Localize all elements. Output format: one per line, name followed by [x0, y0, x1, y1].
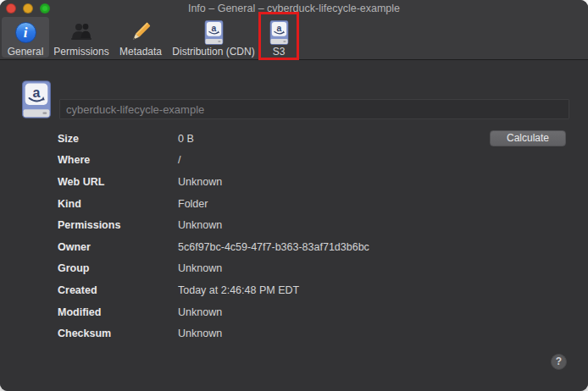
- row-value: Unknown: [178, 262, 222, 274]
- tab-general[interactable]: i General: [2, 17, 49, 58]
- row-value: Folder: [178, 198, 208, 210]
- tab-general-label: General: [8, 46, 44, 58]
- tab-permissions-label: Permissions: [53, 46, 108, 58]
- tab-distribution-cdn[interactable]: Distribution (CDN): [168, 17, 259, 58]
- row-value: 5c6f97bc-4c59-47f7-b363-83af71d3b6bc: [178, 241, 369, 253]
- row-label: Where: [58, 154, 90, 166]
- info-row-kind: Kind Folder: [0, 193, 588, 215]
- info-row-checksum: Checksum Unknown: [0, 322, 588, 344]
- tab-s3[interactable]: S3: [259, 17, 298, 58]
- general-panel: Size 0 B Where / Web URL Unknown Kind Fo…: [0, 61, 588, 391]
- help-button[interactable]: ?: [551, 354, 567, 370]
- toolbar: i General Permissions: [2, 17, 298, 58]
- info-row-web-url: Web URL Unknown: [0, 171, 588, 193]
- row-label: Size: [58, 133, 79, 145]
- info-window: Info – General – cyberduck-lifecycle-exa…: [0, 0, 588, 391]
- info-row-modified: Modified Unknown: [0, 301, 588, 323]
- row-value: Unknown: [178, 176, 222, 188]
- row-label: Created: [58, 284, 97, 296]
- people-icon: [69, 19, 94, 45]
- window-title: Info – General – cyberduck-lifecycle-exa…: [0, 0, 588, 17]
- bucket-name-input[interactable]: [59, 99, 569, 119]
- info-row-owner: Owner 5c6f97bc-4c59-47f7-b363-83af71d3b6…: [0, 236, 588, 258]
- row-value: Unknown: [178, 328, 222, 339]
- amazon-drive-icon: [204, 19, 224, 45]
- info-rows: Size 0 B Where / Web URL Unknown Kind Fo…: [0, 128, 588, 344]
- info-icon: i: [15, 19, 36, 45]
- amazon-drive-icon: [269, 19, 289, 45]
- amazon-drive-icon: [22, 80, 51, 118]
- row-value: Unknown: [178, 306, 222, 318]
- tab-distribution-cdn-label: Distribution (CDN): [172, 46, 254, 58]
- row-label: Owner: [58, 241, 91, 253]
- row-label: Web URL: [58, 176, 104, 188]
- pencil-icon: [129, 19, 153, 45]
- info-row-created: Created Today at 2:46:48 PM EDT: [0, 279, 588, 301]
- window-chrome: Info – General – cyberduck-lifecycle-exa…: [0, 0, 588, 60]
- row-label: Kind: [58, 198, 81, 210]
- tab-metadata-label: Metadata: [119, 46, 162, 58]
- tab-permissions[interactable]: Permissions: [49, 17, 114, 58]
- calculate-button[interactable]: Calculate: [490, 130, 566, 146]
- row-label: Modified: [58, 306, 101, 318]
- row-value: 0 B: [178, 133, 194, 145]
- titlebar: Info – General – cyberduck-lifecycle-exa…: [0, 0, 588, 17]
- info-row-group: Group Unknown: [0, 258, 588, 280]
- row-label: Checksum: [58, 328, 111, 339]
- row-label: Permissions: [58, 219, 120, 231]
- row-value: /: [178, 154, 180, 166]
- row-value: Today at 2:46:48 PM EDT: [178, 284, 299, 296]
- info-row-where: Where /: [0, 150, 588, 172]
- row-label: Group: [58, 262, 90, 274]
- tab-s3-label: S3: [273, 46, 286, 58]
- tab-metadata[interactable]: Metadata: [114, 17, 168, 58]
- info-row-permissions: Permissions Unknown: [0, 214, 588, 236]
- row-value: Unknown: [178, 219, 222, 231]
